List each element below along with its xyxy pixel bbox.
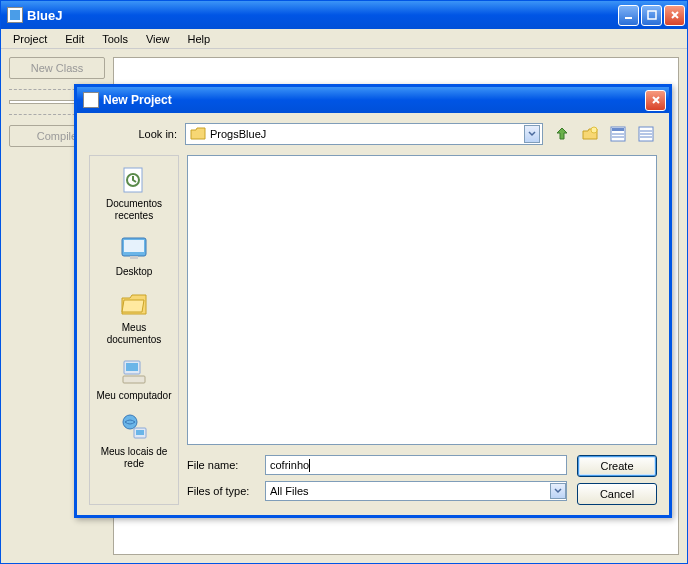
svg-point-3	[591, 127, 597, 133]
my-documents-icon	[118, 288, 150, 320]
dialog-right-column: File name: cofrinho Files of type: All F…	[187, 155, 657, 505]
up-one-level-icon[interactable]	[551, 123, 573, 145]
list-view-icon[interactable]	[607, 123, 629, 145]
details-view-icon[interactable]	[635, 123, 657, 145]
file-name-value: cofrinho	[270, 459, 309, 471]
files-of-type-row: Files of type: All Files	[187, 481, 567, 501]
files-of-type-value: All Files	[270, 485, 309, 497]
menu-view[interactable]: View	[138, 31, 178, 47]
menu-tools[interactable]: Tools	[94, 31, 136, 47]
new-class-button: New Class	[9, 57, 105, 79]
main-titlebar: BlueJ	[1, 1, 687, 29]
svg-rect-18	[126, 363, 138, 371]
svg-rect-15	[124, 240, 144, 252]
place-label: Meu computador	[96, 390, 171, 402]
file-dialog-toolbar	[551, 123, 657, 145]
place-label: Meus locais de rede	[94, 446, 174, 470]
menu-help[interactable]: Help	[180, 31, 219, 47]
close-button[interactable]	[664, 5, 685, 26]
fields-column: File name: cofrinho Files of type: All F…	[187, 455, 567, 505]
new-folder-icon[interactable]	[579, 123, 601, 145]
svg-rect-5	[612, 128, 624, 131]
menubar: Project Edit Tools View Help	[1, 29, 687, 49]
files-of-type-combo[interactable]: All Files	[265, 481, 567, 501]
minimize-button[interactable]	[618, 5, 639, 26]
look-in-combo[interactable]: ProgsBlueJ	[185, 123, 543, 145]
create-button[interactable]: Create	[577, 455, 657, 477]
recent-docs-icon	[118, 164, 150, 196]
file-name-label: File name:	[187, 459, 257, 471]
menu-edit[interactable]: Edit	[57, 31, 92, 47]
dialog-titlebar: New Project	[77, 87, 669, 113]
place-recent-documents[interactable]: Documentos recentes	[92, 160, 176, 226]
svg-rect-0	[10, 10, 20, 20]
dialog-bottom-rows: File name: cofrinho Files of type: All F…	[187, 455, 657, 505]
svg-rect-19	[123, 376, 145, 383]
svg-rect-16	[130, 256, 138, 259]
files-of-type-label: Files of type:	[187, 485, 257, 497]
menu-project[interactable]: Project	[5, 31, 55, 47]
file-name-input[interactable]: cofrinho	[265, 455, 567, 475]
look-in-value: ProgsBlueJ	[210, 128, 524, 140]
main-window-title: BlueJ	[27, 8, 618, 23]
window-controls	[618, 5, 685, 26]
svg-rect-22	[136, 430, 144, 435]
place-label: Desktop	[116, 266, 153, 278]
desktop-icon	[118, 232, 150, 264]
look-in-row: Look in: ProgsBlueJ	[89, 123, 657, 145]
my-computer-icon	[118, 356, 150, 388]
places-bar: Documentos recentes Desktop Meus documen…	[89, 155, 179, 505]
dialog-app-icon	[83, 92, 99, 108]
chevron-down-icon[interactable]	[550, 483, 566, 499]
cancel-button[interactable]: Cancel	[577, 483, 657, 505]
dialog-close-button[interactable]	[645, 90, 666, 111]
place-my-documents[interactable]: Meus documentos	[92, 284, 176, 350]
chevron-down-icon[interactable]	[524, 125, 540, 143]
dialog-title: New Project	[103, 93, 645, 107]
maximize-button[interactable]	[641, 5, 662, 26]
network-places-icon	[118, 412, 150, 444]
svg-rect-2	[648, 11, 656, 19]
folder-icon	[190, 127, 206, 141]
new-project-dialog: New Project Look in: ProgsBlueJ	[74, 84, 672, 518]
dialog-body: Look in: ProgsBlueJ Documentos recentes	[77, 113, 669, 515]
place-my-computer[interactable]: Meu computador	[92, 352, 176, 406]
look-in-label: Look in:	[89, 128, 177, 140]
place-desktop[interactable]: Desktop	[92, 228, 176, 282]
place-label: Meus documentos	[94, 322, 174, 346]
dialog-main-area: Documentos recentes Desktop Meus documen…	[89, 155, 657, 505]
file-list-area[interactable]	[187, 155, 657, 445]
svg-rect-1	[625, 17, 632, 19]
bluej-app-icon	[7, 7, 23, 23]
place-network[interactable]: Meus locais de rede	[92, 408, 176, 474]
dialog-buttons-column: Create Cancel	[577, 455, 657, 505]
file-name-row: File name: cofrinho	[187, 455, 567, 475]
place-label: Documentos recentes	[94, 198, 174, 222]
